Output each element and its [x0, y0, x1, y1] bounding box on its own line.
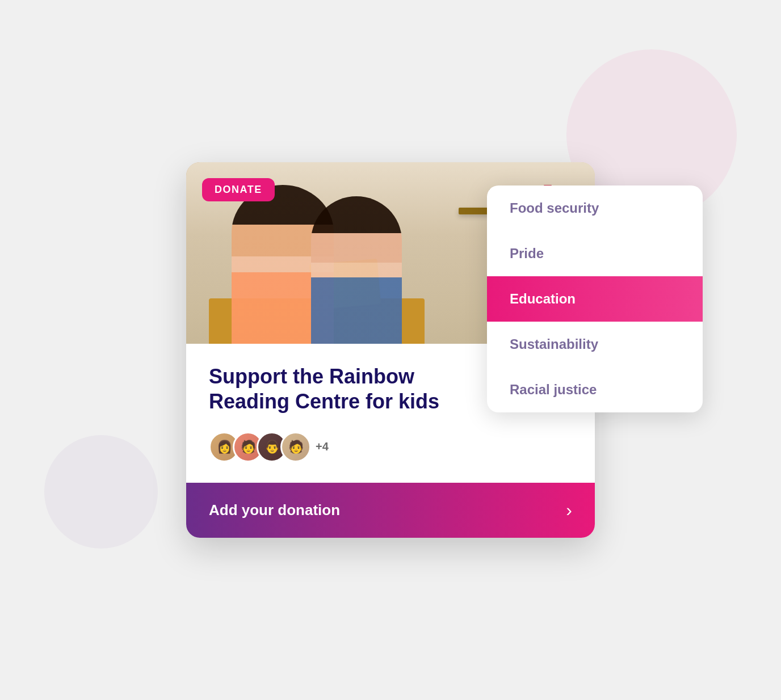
category-dropdown: Food security Pride Education Sustainabi… [487, 185, 703, 412]
menu-item-education[interactable]: Education [487, 276, 703, 322]
menu-item-food-security[interactable]: Food security [487, 185, 703, 231]
avatars-row: 👩 🧑 👨 🧑 +4 [209, 432, 572, 462]
add-donation-button[interactable]: Add your donation › [186, 483, 595, 538]
bg-decoration-2 [44, 435, 158, 549]
cta-label: Add your donation [209, 501, 340, 519]
menu-item-racial-justice[interactable]: Racial justice [487, 367, 703, 412]
child-figure-right [311, 196, 402, 344]
avatar-4: 🧑 [280, 432, 311, 462]
cta-arrow-icon: › [566, 500, 572, 521]
menu-item-pride[interactable]: Pride [487, 231, 703, 276]
menu-item-sustainability[interactable]: Sustainability [487, 322, 703, 367]
screen-wrapper: DONATE Support the Rainbow Reading Centr… [78, 95, 703, 605]
avatar-count: +4 [316, 440, 329, 453]
donate-badge: DONATE [202, 178, 275, 201]
